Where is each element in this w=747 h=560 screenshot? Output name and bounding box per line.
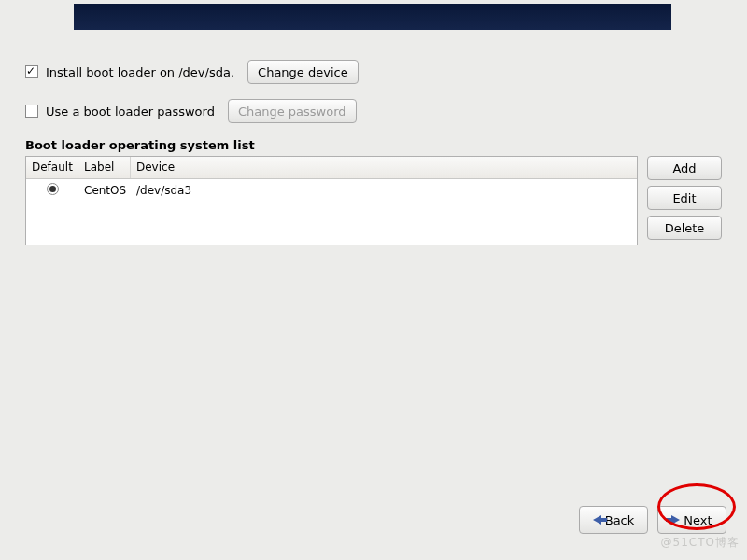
- header-banner: [74, 4, 671, 30]
- install-bootloader-row: Install boot loader on /dev/sda. Change …: [25, 60, 722, 84]
- back-button[interactable]: Back: [579, 506, 648, 534]
- back-label: Back: [605, 513, 635, 527]
- default-radio[interactable]: [47, 183, 59, 195]
- os-list-area: Default Label Device CentOS /dev/sda3 Ad…: [25, 156, 722, 245]
- delete-button[interactable]: Delete: [647, 216, 722, 240]
- arrow-left-icon: [593, 515, 601, 525]
- footer-nav: Back Next: [579, 506, 726, 534]
- watermark: @51CTO博客: [661, 535, 740, 551]
- col-device[interactable]: Device: [131, 157, 637, 178]
- col-label[interactable]: Label: [78, 157, 131, 178]
- use-password-row: Use a boot loader password Change passwo…: [25, 99, 722, 123]
- os-list-title: Boot loader operating system list: [25, 138, 722, 152]
- install-bootloader-checkbox[interactable]: [25, 65, 38, 78]
- table-row[interactable]: CentOS /dev/sda3: [26, 179, 637, 202]
- cell-label: CentOS: [78, 180, 131, 201]
- use-password-checkbox[interactable]: [25, 105, 38, 118]
- change-password-button: Change password: [228, 99, 357, 123]
- os-list-table[interactable]: Default Label Device CentOS /dev/sda3: [25, 156, 638, 245]
- cell-device: /dev/sda3: [131, 180, 197, 201]
- add-button[interactable]: Add: [647, 156, 722, 180]
- install-bootloader-label: Install boot loader on /dev/sda.: [46, 65, 234, 79]
- use-password-label: Use a boot loader password: [46, 105, 215, 119]
- cell-default[interactable]: [26, 179, 78, 202]
- col-default[interactable]: Default: [26, 157, 78, 178]
- next-button[interactable]: Next: [657, 506, 726, 534]
- main-content: Install boot loader on /dev/sda. Change …: [25, 60, 722, 245]
- table-header: Default Label Device: [26, 157, 637, 179]
- change-device-button[interactable]: Change device: [247, 60, 359, 84]
- arrow-right-icon: [671, 515, 680, 525]
- edit-button[interactable]: Edit: [647, 186, 722, 210]
- next-label: Next: [684, 513, 712, 527]
- side-buttons: Add Edit Delete: [647, 156, 722, 240]
